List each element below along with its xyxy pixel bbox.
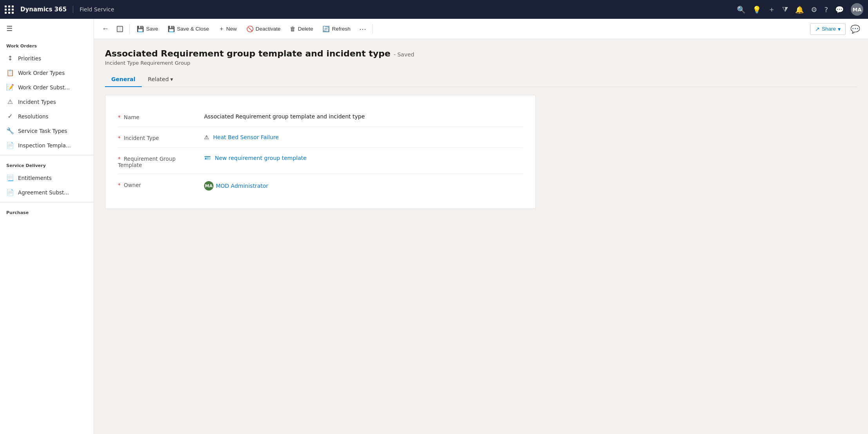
sidebar-divider-2 xyxy=(0,202,94,202)
page-saved-status: - Saved xyxy=(394,51,414,58)
sidebar: ☰ Work Orders ↕ Priorities 📋 Work Order … xyxy=(0,19,94,434)
sidebar-item-inspection-templates[interactable]: 📄 Inspection Templa... xyxy=(0,138,94,153)
chat-button[interactable]: 💬 xyxy=(847,22,863,36)
settings-icon[interactable]: ⚙ xyxy=(811,5,817,14)
bell-icon[interactable]: 🔔 xyxy=(795,5,804,14)
save-button[interactable]: 💾 Save xyxy=(133,23,162,35)
sidebar-section-service-delivery: Service Delivery xyxy=(0,158,94,171)
toolbar: ← 💾 Save 💾 Save & Close ＋ New 🚫 xyxy=(94,19,868,39)
add-icon[interactable]: ＋ xyxy=(768,5,775,14)
content-area: ← 💾 Save 💾 Save & Close ＋ New 🚫 xyxy=(94,19,868,434)
form-label-incident-type: * Incident Type xyxy=(118,133,204,141)
new-label: New xyxy=(226,26,237,32)
sidebar-section-purchase: Purchase xyxy=(0,205,94,218)
requirement-group-link[interactable]: New requirement group template xyxy=(215,155,306,161)
user-avatar[interactable]: MA xyxy=(851,3,863,16)
form-card: * Name Associated Requirement group temp… xyxy=(105,95,536,209)
sidebar-section-work-orders: Work Orders xyxy=(0,38,94,51)
form-value-incident-type: ⚠️ Heat Bed Sensor Failure xyxy=(204,133,523,142)
filter-icon[interactable]: ⧩ xyxy=(782,5,788,14)
form-value-owner: MA MOD Administrator xyxy=(204,180,523,192)
priorities-icon: ↕ xyxy=(6,54,14,62)
tab-related-dropdown-icon: ▾ xyxy=(170,76,173,82)
sidebar-label-resolutions: Resolutions xyxy=(18,113,49,120)
sidebar-item-priorities[interactable]: ↕ Priorities xyxy=(0,51,94,65)
resolutions-icon: ✓ xyxy=(6,113,14,120)
required-indicator-name: * xyxy=(118,114,121,120)
search-icon[interactable]: 🔍 xyxy=(737,5,745,14)
entitlements-icon: 📃 xyxy=(6,174,14,182)
tabs: General Related ▾ xyxy=(105,72,857,87)
nav-icons: 🔍 💡 ＋ ⧩ 🔔 ⚙ ? 💬 MA xyxy=(737,3,863,16)
toolbar-separator-2 xyxy=(373,24,373,34)
more-button[interactable]: ⋯ xyxy=(356,22,369,36)
sidebar-label-work-order-types: Work Order Types xyxy=(18,70,65,76)
sidebar-item-work-order-subst[interactable]: 📝 Work Order Subst... xyxy=(0,80,94,94)
main-layout: ☰ Work Orders ↕ Priorities 📋 Work Order … xyxy=(0,19,868,434)
delete-label: Delete xyxy=(298,26,313,32)
new-button[interactable]: ＋ New xyxy=(215,23,241,35)
save-close-icon: 💾 xyxy=(168,25,175,33)
sidebar-item-entitlements[interactable]: 📃 Entitlements xyxy=(0,171,94,185)
form-row-incident-type: * Incident Type ⚠️ Heat Bed Sensor Failu… xyxy=(118,127,523,148)
save-close-button[interactable]: 💾 Save & Close xyxy=(164,23,213,35)
sidebar-label-incident-types: Incident Types xyxy=(18,99,56,105)
deactivate-label: Deactivate xyxy=(256,26,281,32)
back-button[interactable]: ← xyxy=(99,22,112,35)
inspection-templates-icon: 📄 xyxy=(6,142,14,149)
tab-related-label: Related xyxy=(148,76,169,82)
module-name: Field Service xyxy=(80,6,114,13)
lightbulb-icon[interactable]: 💡 xyxy=(752,5,761,14)
delete-icon: 🗑 xyxy=(290,25,296,32)
share-icon: ↗ xyxy=(815,26,820,32)
sidebar-label-work-order-subst: Work Order Subst... xyxy=(18,84,70,91)
incident-type-field-icon: ⚠️ xyxy=(204,134,209,140)
sidebar-label-priorities: Priorities xyxy=(18,55,41,62)
page-title-row: Associated Requirement group template an… xyxy=(105,49,857,58)
form-label-owner: * Owner xyxy=(118,180,204,188)
sidebar-label-agreement-subst: Agreement Subst... xyxy=(18,189,69,196)
help-icon[interactable]: ? xyxy=(824,5,828,14)
sidebar-label-service-task-types: Service Task Types xyxy=(18,128,67,134)
deactivate-button[interactable]: 🚫 Deactivate xyxy=(242,23,285,35)
sidebar-item-work-order-types[interactable]: 📋 Work Order Types xyxy=(0,65,94,80)
sidebar-label-inspection-templates: Inspection Templa... xyxy=(18,142,71,149)
form-row-name: * Name Associated Requirement group temp… xyxy=(118,106,523,127)
save-close-label: Save & Close xyxy=(177,26,209,32)
chat-nav-icon[interactable]: 💬 xyxy=(835,5,844,14)
form-value-name: Associated Requirement group template an… xyxy=(204,112,523,121)
agreement-subst-icon: 📄 xyxy=(6,189,14,196)
sidebar-item-resolutions[interactable]: ✓ Resolutions xyxy=(0,109,94,123)
owner-row-content: MA MOD Administrator xyxy=(204,181,268,191)
service-task-types-icon: 🔧 xyxy=(6,127,14,134)
app-name: Dynamics 365 xyxy=(20,6,73,13)
required-indicator-owner: * xyxy=(118,182,121,188)
refresh-button[interactable]: 🔄 Refresh xyxy=(318,23,354,35)
owner-link[interactable]: MOD Administrator xyxy=(216,183,268,189)
sidebar-item-incident-types[interactable]: ⚠ Incident Types xyxy=(0,94,94,109)
delete-button[interactable]: 🗑 Delete xyxy=(286,23,317,35)
tab-related[interactable]: Related ▾ xyxy=(142,72,179,87)
sidebar-item-agreement-subst[interactable]: 📄 Agreement Subst... xyxy=(0,185,94,200)
page-title: Associated Requirement group template an… xyxy=(105,49,391,58)
sidebar-divider-1 xyxy=(0,155,94,155)
save-label: Save xyxy=(146,26,158,32)
share-button[interactable]: ↗ Share ▾ xyxy=(810,23,846,35)
form-row-requirement-group: * Requirement GroupTemplate 🪪 New requir… xyxy=(118,148,523,174)
form-value-requirement-group: 🪪 New requirement group template xyxy=(204,153,523,163)
required-indicator-requirement-group: * xyxy=(118,156,121,162)
save-icon: 💾 xyxy=(137,25,144,33)
sidebar-item-service-task-types[interactable]: 🔧 Service Task Types xyxy=(0,123,94,138)
sidebar-label-entitlements: Entitlements xyxy=(18,175,52,181)
tab-general[interactable]: General xyxy=(105,72,142,87)
toolbar-separator-1 xyxy=(129,24,130,34)
incident-type-link[interactable]: Heat Bed Sensor Failure xyxy=(213,134,279,140)
app-launcher-icon[interactable] xyxy=(5,5,14,14)
page-subtitle: Incident Type Requirement Group xyxy=(105,60,857,66)
expand-button[interactable] xyxy=(114,24,126,35)
hamburger-icon[interactable]: ☰ xyxy=(6,24,13,33)
sidebar-header[interactable]: ☰ xyxy=(0,19,94,38)
form-label-requirement-group: * Requirement GroupTemplate xyxy=(118,153,204,168)
deactivate-icon: 🚫 xyxy=(246,25,254,33)
owner-avatar: MA xyxy=(204,181,213,191)
